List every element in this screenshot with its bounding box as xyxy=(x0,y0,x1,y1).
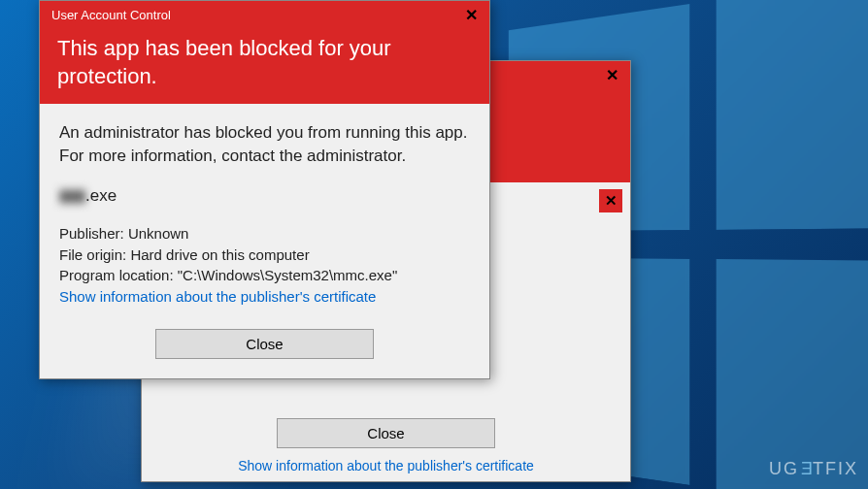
details-block: Publisher: Unknown File origin: Hard dri… xyxy=(59,223,470,308)
close-icon[interactable]: ✕ xyxy=(602,66,622,84)
publisher-certificate-link[interactable]: Show information about the publisher's c… xyxy=(161,458,611,473)
titlebar-title: User Account Control xyxy=(51,8,171,22)
titlebar: User Account Control ✕ xyxy=(40,1,489,29)
dialog-message: An administrator has blocked you from ru… xyxy=(59,121,470,168)
watermark: UGETFIX xyxy=(769,459,858,479)
close-icon[interactable]: ✕ xyxy=(461,6,482,24)
file-origin-row: File origin: Hard drive on this computer xyxy=(59,244,470,266)
dialog-heading: This app has been blocked for your prote… xyxy=(40,29,489,104)
publisher-row: Publisher: Unknown xyxy=(59,223,470,244)
close-icon[interactable]: ✕ xyxy=(599,189,622,212)
close-button[interactable]: Close xyxy=(277,418,495,448)
uac-dialog: User Account Control ✕ This app has been… xyxy=(39,0,490,379)
publisher-certificate-link[interactable]: Show information about the publisher's c… xyxy=(59,286,470,308)
dialog-body: An administrator has blocked you from ru… xyxy=(40,104,489,378)
program-location-row: Program location: "C:\Windows\System32\m… xyxy=(59,265,470,286)
close-button[interactable]: Close xyxy=(155,329,374,359)
exe-filename: ▮▮▮.exe xyxy=(59,185,470,206)
